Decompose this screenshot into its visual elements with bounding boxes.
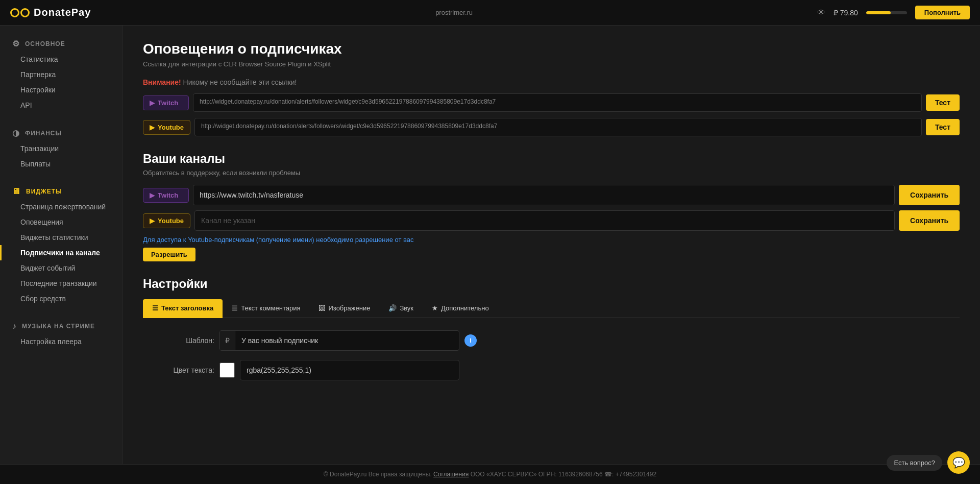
sidebar-item-podpischiki-na-kanale[interactable]: Подписчики на канале [0, 245, 122, 260]
twitch-url-row: ▶ Twitch http://widget.donatepay.ru/dona… [143, 93, 960, 112]
template-input-group: ₽ [219, 330, 459, 351]
twitch-badge: ▶ Twitch [143, 95, 189, 110]
sidebar-section-muzyka: ♪ МУЗЫКА НА СТРИМЕ Настройка плеера [0, 319, 122, 349]
template-input[interactable] [235, 336, 459, 345]
color-label: Цвет текста: [143, 366, 214, 374]
channels-subtitle: Обратитесь в поддержку, если возникли пр… [143, 169, 960, 177]
warning-attention: Внимание! [143, 78, 181, 86]
chat-button[interactable]: 💬 [947, 451, 970, 474]
twitch-channel-input[interactable] [193, 185, 895, 205]
site-url: prostrimer.ru [435, 9, 473, 16]
sidebar-item-statistika[interactable]: Статистика [0, 52, 122, 67]
allow-button[interactable]: Разрешить [143, 248, 195, 261]
channels-title: Ваши каналы [143, 152, 960, 166]
twitch-test-button[interactable]: Тест [926, 94, 960, 111]
chat-bubble-icon: 💬 [952, 456, 965, 469]
template-info-button[interactable]: i [464, 334, 477, 347]
main-layout: ⚙ ОСНОВНОЕ Статистика Партнерка Настройк… [0, 26, 980, 464]
sidebar-item-opovescheniya[interactable]: Оповещения [0, 214, 122, 230]
logo-circle-1 [10, 8, 19, 17]
sidebar-item-api[interactable]: API [0, 98, 122, 113]
twitch-url-display: http://widget.donatepay.ru/donation/aler… [193, 93, 922, 112]
sidebar-section-title-muzyka: ♪ МУЗЫКА НА СТРИМЕ [0, 319, 122, 334]
sidebar-item-tranzakcii[interactable]: Транзакции [0, 141, 122, 156]
tab-sound[interactable]: 🔊 Звук [379, 299, 423, 318]
tab-text-comment[interactable]: ☰ Текст комментария [223, 299, 309, 318]
tab-additional[interactable]: ★ Дополнительно [423, 299, 498, 318]
gear-icon: ⚙ [12, 39, 20, 49]
sidebar-section-finansy: ◑ ФИНАНСЫ Транзакции Выплаты [0, 125, 122, 172]
chat-label: Есть вопрос? [887, 455, 942, 471]
youtube-channel-badge-label: Youtube [158, 217, 184, 225]
footer-copyright: © DonatePay.ru Все права защищены. [324, 471, 432, 478]
twitch-save-button[interactable]: Сохранить [899, 185, 960, 205]
tab-text-comment-label: Текст комментария [241, 304, 300, 312]
balance-bar [866, 11, 907, 14]
balance-bar-fill [866, 11, 891, 14]
template-row: Шаблон: ₽ i [143, 330, 960, 351]
footer: © DonatePay.ru Все права защищены. Согла… [0, 464, 980, 484]
deposit-button[interactable]: Пополнить [915, 6, 970, 19]
topbar: DonatePay prostrimer.ru 👁 ₽ 79.80 Пополн… [0, 0, 980, 26]
tab-text-header[interactable]: ☰ Текст заголовка [143, 299, 223, 318]
youtube-url-display: http://widget.donatepay.ru/donation/aler… [194, 118, 922, 136]
sidebar-section-vidzety: 🖥 ВИДЖЕТЫ Страница пожертвований Оповеще… [0, 184, 122, 306]
youtube-channel-icon: ▶ [150, 217, 155, 225]
color-swatch[interactable] [219, 362, 235, 378]
page-subtitle: Ссылка для интеграции с CLR Browser Sour… [143, 60, 960, 68]
sidebar-section-title-osnovnoe: ⚙ ОСНОВНОЕ [0, 36, 122, 52]
twitch-channel-row: ▶ Twitch Сохранить [143, 185, 960, 205]
pie-icon: ◑ [12, 128, 20, 138]
twitch-channel-badge-label: Twitch [158, 191, 178, 199]
sidebar-section-osnovnoe: ⚙ ОСНОВНОЕ Статистика Партнерка Настройк… [0, 36, 122, 113]
sidebar-item-vyplaty[interactable]: Выплаты [0, 156, 122, 172]
sidebar-section-label-finansy: ФИНАНСЫ [25, 130, 62, 137]
sidebar-item-partnerka[interactable]: Партнерка [0, 67, 122, 82]
youtube-test-button[interactable]: Тест [926, 119, 960, 135]
topbar-right: 👁 ₽ 79.80 Пополнить [817, 6, 970, 19]
sidebar: ⚙ ОСНОВНОЕ Статистика Партнерка Настройк… [0, 26, 122, 464]
twitch-platform-icon: ▶ [150, 99, 155, 107]
text-comment-icon: ☰ [232, 304, 238, 312]
page-title: Оповещения о подписчиках [143, 41, 960, 57]
youtube-url-row: ▶ Youtube http://widget.donatepay.ru/don… [143, 118, 960, 136]
footer-agreement[interactable]: Соглашения [433, 471, 469, 478]
sidebar-item-nastroyki[interactable]: Настройки [0, 82, 122, 98]
settings-tabs: ☰ Текст заголовка ☰ Текст комментария 🖼 … [143, 299, 960, 318]
monitor-icon: 🖥 [12, 187, 21, 196]
youtube-channel-row: ▶ Youtube Сохранить [143, 210, 960, 231]
sidebar-item-stranica-pozhertvovaniy[interactable]: Страница пожертвований [0, 199, 122, 214]
youtube-save-button[interactable]: Сохранить [899, 210, 960, 231]
main-content: Оповещения о подписчиках Ссылка для инте… [122, 26, 980, 464]
tab-image[interactable]: 🖼 Изображение [309, 299, 379, 318]
logo-text: DonatePay [34, 7, 91, 18]
youtube-platform-icon: ▶ [150, 124, 155, 131]
template-label: Шаблон: [143, 336, 214, 345]
sidebar-section-label-muzyka: МУЗЫКА НА СТРИМЕ [22, 323, 95, 330]
sidebar-section-title-finansy: ◑ ФИНАНСЫ [0, 125, 122, 141]
star-icon: ★ [432, 304, 438, 312]
twitch-channel-icon: ▶ [150, 191, 155, 199]
eye-icon: 👁 [817, 8, 825, 17]
twitch-badge-label: Twitch [158, 99, 178, 107]
image-icon: 🖼 [318, 304, 325, 312]
music-icon: ♪ [12, 322, 17, 331]
sidebar-item-vidzet-sobytiy[interactable]: Виджет событий [0, 260, 122, 276]
color-input[interactable] [240, 360, 459, 380]
sidebar-section-label-osnovnoe: ОСНОВНОЕ [25, 40, 65, 47]
tab-sound-label: Звук [400, 304, 413, 312]
youtube-channel-input[interactable] [194, 210, 895, 231]
color-row: Цвет текста: [143, 360, 960, 380]
text-header-icon: ☰ [152, 304, 158, 312]
logo-icon [10, 8, 30, 17]
sidebar-item-vidzety-statistiki[interactable]: Виджеты статистики [0, 230, 122, 245]
settings-title: Настройки [143, 277, 960, 291]
youtube-badge-label: Youtube [158, 124, 184, 131]
sidebar-item-nastroyka-pleera[interactable]: Настройка плеера [0, 334, 122, 349]
sidebar-section-title-vidzety: 🖥 ВИДЖЕТЫ [0, 184, 122, 199]
template-prefix: ₽ [220, 331, 235, 350]
sidebar-item-sbor-sredstv[interactable]: Сбор средств [0, 291, 122, 306]
tab-image-label: Изображение [328, 304, 370, 312]
youtube-channel-badge: ▶ Youtube [143, 213, 190, 228]
sidebar-item-poslednie-tranzakcii[interactable]: Последние транзакции [0, 276, 122, 291]
